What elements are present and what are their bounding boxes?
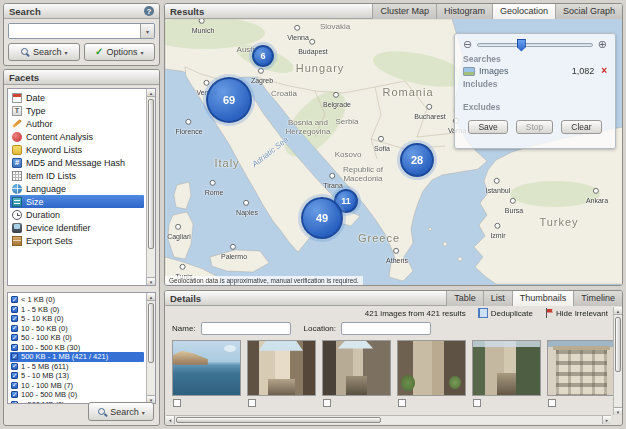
facet-item[interactable]: Export Sets — [10, 234, 144, 247]
scroll-left-icon[interactable]: ◂ — [166, 416, 175, 424]
search-query-combobox[interactable] — [8, 23, 155, 39]
thumbnail-checkbox[interactable] — [323, 399, 331, 407]
results-tab[interactable]: Cluster Map — [372, 4, 436, 19]
searches-section-label: Searches — [463, 54, 607, 64]
facet-item[interactable]: Item ID Lists — [10, 169, 144, 182]
scrollbar-thumb[interactable] — [615, 317, 621, 372]
thumbnail-checkbox[interactable] — [548, 399, 556, 407]
facet-item[interactable]: Date — [10, 91, 144, 104]
size-filter-item[interactable]: 50 - 100 KB (0) — [10, 333, 144, 343]
save-button[interactable]: Save — [468, 120, 507, 134]
details-tab[interactable]: Timeline — [573, 291, 622, 306]
details-tab[interactable]: List — [483, 291, 512, 306]
checkbox-checked-icon[interactable] — [11, 296, 18, 303]
facet-label: Duration — [26, 210, 60, 220]
geolocation-map[interactable]: Slovakia Munich Vienna Austria Budapest … — [165, 19, 622, 285]
size-filter-item[interactable]: < 1 KB (0) — [10, 295, 144, 305]
size-filter-item[interactable]: 1 - 5 KB (0) — [10, 305, 144, 315]
thumbnail-checkbox[interactable] — [248, 399, 256, 407]
map-cluster-bubble[interactable]: 49 — [301, 197, 343, 239]
zoom-in-icon[interactable]: ⊕ — [598, 39, 607, 50]
scrollbar-thumb[interactable] — [148, 99, 154, 249]
help-icon[interactable]: ? — [144, 6, 154, 16]
size-filter-item[interactable]: 10 - 50 KB (0) — [10, 324, 144, 334]
size-filter-item[interactable]: 100 - 500 KB (30) — [10, 343, 144, 353]
checkbox-checked-icon[interactable] — [11, 315, 18, 322]
clear-button[interactable]: Clear — [561, 120, 601, 134]
facet-item[interactable]: Type — [10, 104, 144, 117]
details-tab[interactable]: Table — [446, 291, 483, 306]
checkbox-checked-icon[interactable] — [11, 401, 18, 404]
details-panel-header: Details Table List Thumbnails Timeline — [165, 291, 622, 306]
facet-item[interactable]: Language — [10, 182, 144, 195]
scrollbar-thumb[interactable] — [148, 303, 154, 363]
scroll-up-icon[interactable]: ▴ — [147, 293, 155, 301]
size-filter-item[interactable]: 100 - 500 MB (0) — [10, 390, 144, 400]
image-thumbnail[interactable] — [172, 340, 241, 396]
image-thumbnail[interactable] — [547, 340, 616, 396]
size-filter-item[interactable]: 5 - 10 KB (0) — [10, 314, 144, 324]
details-tab[interactable]: Thumbnails — [512, 291, 574, 306]
thumbnail-checkbox[interactable] — [173, 399, 181, 407]
combobox-dropdown-icon[interactable] — [140, 24, 154, 38]
facet-item[interactable]: Keyword Lists — [10, 143, 144, 156]
facets-search-button[interactable]: Search — [88, 402, 154, 421]
scroll-up-icon[interactable]: ▴ — [614, 307, 622, 315]
facet-item[interactable]: Author — [10, 117, 144, 130]
checkbox-checked-icon[interactable] — [11, 325, 18, 332]
facet-item[interactable]: MD5 and Message Hash — [10, 156, 144, 169]
size-list-scrollbar[interactable]: ▴ ▾ — [146, 293, 155, 403]
location-filter-input[interactable] — [341, 322, 431, 335]
checkbox-checked-icon[interactable] — [11, 382, 18, 389]
size-filter-item[interactable]: 5 - 10 MB (13) — [10, 371, 144, 381]
size-filter-item[interactable]: 1 - 5 MB (611) — [10, 362, 144, 372]
image-thumbnail[interactable] — [397, 340, 466, 396]
size-filter-item[interactable]: 500 KB - 1 MB (421 / 421) — [10, 352, 144, 362]
zoom-out-icon[interactable]: ⊖ — [463, 39, 472, 50]
map-cluster-bubble[interactable]: 28 — [400, 143, 434, 177]
map-cluster-bubble[interactable]: 6 — [252, 45, 274, 67]
deduplicate-button[interactable]: Deduplicate — [478, 308, 533, 318]
details-horizontal-scrollbar[interactable]: ◂ ▸ — [166, 415, 611, 424]
facet-item[interactable]: Duration — [10, 208, 144, 221]
search-button[interactable]: Search — [8, 43, 80, 61]
size-filter-item[interactable]: 10 - 100 MB (7) — [10, 381, 144, 391]
checkbox-checked-icon[interactable] — [11, 306, 18, 313]
checkbox-checked-icon[interactable] — [11, 391, 18, 398]
options-button[interactable]: ✓ Options — [84, 43, 156, 61]
image-thumbnail[interactable] — [472, 340, 541, 396]
remove-search-icon[interactable]: × — [601, 66, 607, 76]
map-cluster-bubble[interactable]: 69 — [206, 77, 252, 123]
checkbox-checked-icon[interactable] — [11, 372, 18, 379]
checkbox-checked-icon[interactable] — [11, 334, 18, 341]
thumbnail-strip — [172, 340, 616, 407]
results-tab[interactable]: Social Graph — [555, 4, 622, 19]
name-filter-input[interactable] — [201, 322, 291, 335]
size-filter-label: 1 - 5 KB (0) — [21, 305, 59, 314]
scrollbar-thumb[interactable] — [176, 417, 381, 423]
checkbox-checked-icon[interactable] — [11, 353, 18, 360]
scroll-right-icon[interactable]: ▸ — [602, 416, 611, 424]
facet-list-scrollbar[interactable]: ▴ ▾ — [146, 89, 155, 285]
details-vertical-scrollbar[interactable]: ▴ ▾ — [613, 307, 622, 415]
image-thumbnail[interactable] — [247, 340, 316, 396]
facet-item[interactable]: Device Identifier — [10, 221, 144, 234]
image-thumbnail[interactable] — [322, 340, 391, 396]
checkbox-checked-icon[interactable] — [11, 344, 18, 351]
zoom-slider-thumb[interactable] — [517, 39, 526, 52]
search-query-input[interactable] — [9, 24, 140, 38]
results-tab[interactable]: Geolocation — [492, 4, 555, 19]
scroll-down-icon[interactable]: ▾ — [147, 277, 155, 285]
checkbox-checked-icon[interactable] — [11, 363, 18, 370]
zoom-slider[interactable] — [477, 43, 593, 47]
dropdown-caret-icon — [140, 47, 143, 57]
hide-irrelevant-button[interactable]: Hide Irrelevant — [545, 308, 608, 318]
facet-item[interactable]: Size — [10, 195, 144, 208]
scroll-down-icon[interactable]: ▾ — [614, 407, 622, 415]
thumbnail-checkbox[interactable] — [473, 399, 481, 407]
results-tab[interactable]: Histogram — [436, 4, 492, 19]
thumbnail-checkbox[interactable] — [398, 399, 406, 407]
scroll-up-icon[interactable]: ▴ — [147, 89, 155, 97]
stop-button[interactable]: Stop — [516, 120, 554, 134]
facet-item[interactable]: Content Analysis — [10, 130, 144, 143]
